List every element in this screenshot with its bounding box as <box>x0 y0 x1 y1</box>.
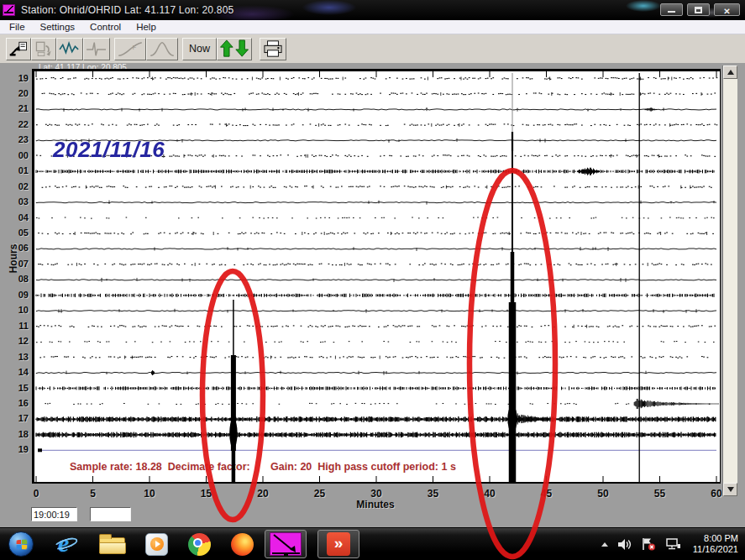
filter-ramp-button[interactable]: F <box>114 38 146 60</box>
minimize-button[interactable] <box>660 3 683 16</box>
x-tick-label-10: 10 <box>137 488 162 500</box>
seismograph-window: Station: Ohrid/OHRID Lat: 41.117 Lon: 20… <box>0 0 745 527</box>
taskbar: e » <box>0 527 745 560</box>
hour-label-5: 00 <box>0 150 29 161</box>
hour-label-0: 19 <box>0 73 29 84</box>
volume-icon[interactable] <box>617 538 632 551</box>
menu-item-help[interactable]: Help <box>129 21 164 33</box>
filter-ramp-icon: F <box>117 39 144 58</box>
export-button[interactable] <box>31 38 56 60</box>
menu-item-settings[interactable]: Settings <box>33 21 83 33</box>
scroll-up-down-button[interactable] <box>217 38 252 60</box>
open-file-icon <box>8 39 29 58</box>
x-tick-label-40: 40 <box>477 488 502 500</box>
taskbar-item-chrome[interactable] <box>188 533 211 556</box>
x-tick-label-55: 55 <box>648 488 673 500</box>
x-tick-label-0: 0 <box>24 488 49 500</box>
taskbar-clock[interactable]: 8:00 PM 11/16/2021 <box>693 533 738 555</box>
aux-field[interactable] <box>90 507 131 521</box>
hour-label-4: 23 <box>0 134 29 145</box>
hour-label-17: 12 <box>0 336 29 347</box>
network-icon[interactable] <box>665 537 681 551</box>
hour-label-15: 10 <box>0 305 29 316</box>
chart-region: Lat: 41.117 Lon: 20.805 Hours 1920212223… <box>0 63 745 527</box>
hour-label-24: 19 <box>0 444 29 455</box>
hour-label-14: 09 <box>0 290 29 301</box>
menu-item-control[interactable]: Control <box>82 21 129 33</box>
hour-label-6: 01 <box>0 165 29 176</box>
now-button[interactable]: Now <box>182 38 217 60</box>
x-tick-label-5: 5 <box>81 488 106 500</box>
vertical-scrollbar[interactable] <box>722 65 737 496</box>
x-axis-title: Minutes <box>333 499 417 510</box>
x-tick-label-60: 60 <box>704 488 729 500</box>
export-icon <box>34 39 54 58</box>
taskbar-item-seismograph-app[interactable] <box>265 530 307 558</box>
screen: Station: Ohrid/OHRID Lat: 41.117 Lon: 20… <box>0 0 745 560</box>
minimize-icon <box>668 11 675 13</box>
maximize-button[interactable] <box>687 3 710 16</box>
x-tick-label-20: 20 <box>250 488 275 500</box>
hour-label-13: 08 <box>0 274 29 285</box>
action-center-flag-icon[interactable] <box>641 537 656 551</box>
window-title: Station: Ohrid/OHRID Lat: 41.117 Lon: 20… <box>21 4 233 16</box>
pulse-icon <box>86 39 108 58</box>
scrollbar-up-button[interactable] <box>723 65 737 79</box>
hour-label-19: 14 <box>0 367 29 378</box>
taskbar-item-internet-explorer[interactable]: e <box>54 531 79 557</box>
seismograph-app-icon <box>270 532 302 556</box>
x-tick-label-35: 35 <box>421 488 446 500</box>
firefox-icon <box>231 533 254 556</box>
x-tick-label-15: 15 <box>194 488 219 500</box>
hour-label-23: 18 <box>0 429 29 440</box>
remote-desktop-icon: » <box>327 532 350 556</box>
taskbar-item-file-explorer[interactable] <box>99 534 125 554</box>
hour-label-3: 22 <box>0 119 29 130</box>
menu-item-file[interactable]: File <box>2 21 33 33</box>
helicorder-plot[interactable]: Sample rate: 18.28 Decimate factor: Gain… <box>32 69 721 484</box>
toolbar: F Now <box>0 34 745 63</box>
open-file-button[interactable] <box>6 38 31 60</box>
gaussian-filter-button[interactable] <box>146 38 178 60</box>
hour-label-21: 16 <box>0 398 29 409</box>
taskbar-item-remote-desktop-app[interactable]: » <box>317 530 359 558</box>
svg-text:F: F <box>133 44 137 51</box>
hour-label-12: 07 <box>0 259 29 270</box>
hour-label-7: 02 <box>0 181 29 192</box>
title-bar[interactable]: Station: Ohrid/OHRID Lat: 41.117 Lon: 20… <box>0 0 745 20</box>
media-player-icon <box>145 533 168 556</box>
date-label: 2021/11/16 <box>53 137 165 163</box>
folder-icon <box>99 537 125 554</box>
helicorder-canvas[interactable] <box>34 71 720 482</box>
system-tray: 8:00 PM 11/16/2021 <box>592 533 738 555</box>
hour-label-16: 11 <box>0 321 29 332</box>
print-button[interactable] <box>260 38 286 60</box>
x-tick-label-30: 30 <box>364 488 389 500</box>
hour-label-20: 15 <box>0 383 29 394</box>
hour-label-11: 06 <box>0 243 29 254</box>
x-tick-label-50: 50 <box>590 488 616 500</box>
green-arrows-icon <box>219 39 249 58</box>
chevron-up-icon <box>727 70 734 75</box>
current-time-field[interactable] <box>31 507 77 521</box>
hour-label-18: 13 <box>0 352 29 363</box>
x-tick-label-25: 25 <box>307 488 333 500</box>
close-button[interactable] <box>714 3 740 16</box>
clock-date: 11/16/2021 <box>693 544 738 555</box>
hour-label-9: 04 <box>0 212 29 223</box>
app-icon <box>3 4 15 16</box>
hidden-icons-button[interactable] <box>601 542 608 547</box>
hour-label-1: 20 <box>0 88 29 99</box>
taskbar-item-media-player[interactable] <box>145 533 168 556</box>
start-button[interactable] <box>8 531 34 557</box>
waveform-view-button[interactable] <box>56 38 83 60</box>
hour-label-2: 21 <box>0 103 29 114</box>
gaussian-curve-icon <box>149 39 176 58</box>
taskbar-item-firefox[interactable] <box>231 533 254 556</box>
x-tick-label-45: 45 <box>534 488 559 500</box>
chrome-icon <box>188 533 211 556</box>
pulse-view-button[interactable] <box>83 38 110 60</box>
clock-time: 8:00 PM <box>693 533 738 544</box>
hour-label-10: 05 <box>0 228 29 238</box>
hour-label-8: 03 <box>0 196 29 207</box>
